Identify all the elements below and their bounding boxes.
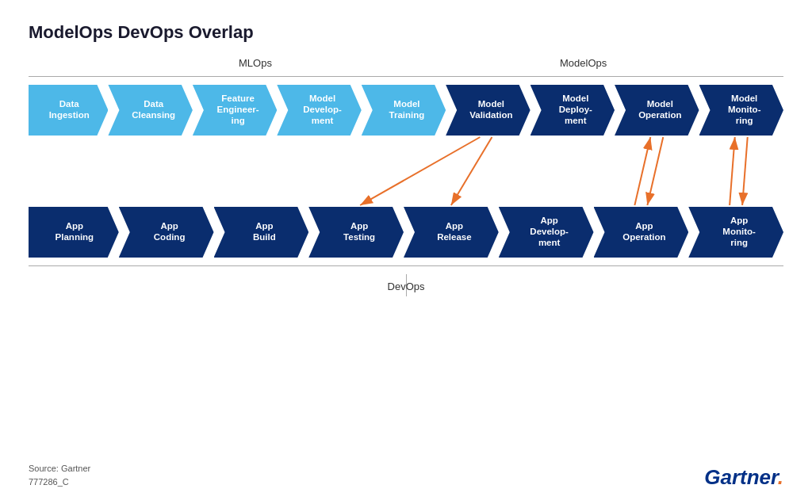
mlops-item-6: ModelDeploy-ment	[530, 85, 615, 136]
devops-arrow-row: AppPlanningAppCodingAppBuildAppTestingAp…	[29, 207, 783, 258]
devops-item-5: AppDevelop-ment	[499, 207, 594, 258]
mlops-item-8: ModelMonito-ring	[699, 85, 783, 136]
svg-line-3	[647, 137, 663, 205]
devops-item-3: AppTesting	[308, 207, 404, 258]
footer-source: Source: Gartner	[29, 462, 90, 476]
mlops-label: MLOps	[239, 57, 272, 69]
overlap-arrows	[29, 136, 783, 207]
mlops-item-4: ModelTraining	[362, 85, 446, 136]
page-title: ModelOps DevOps Overlap	[29, 22, 783, 43]
devops-label: DevOps	[388, 281, 425, 292]
mlops-item-3: ModelDevelop-ment	[277, 85, 361, 136]
top-hline	[29, 76, 783, 77]
mlops-arrow-row: DataIngestionDataCleansingFeatureEnginee…	[29, 85, 783, 136]
gartner-logo: Gartner.	[704, 465, 783, 490]
devops-item-2: AppBuild	[214, 207, 309, 258]
svg-line-1	[360, 137, 480, 205]
devops-item-6: AppOperation	[594, 207, 689, 258]
svg-line-4	[634, 137, 650, 205]
mlops-item-0: DataIngestion	[29, 85, 108, 136]
footer-code: 777286_C	[29, 475, 90, 490]
main-container: ModelOps DevOps Overlap MLOps ModelOps D…	[0, 0, 812, 504]
devops-item-1: AppCoding	[119, 207, 214, 258]
bottom-hline	[29, 265, 783, 266]
devops-item-7: AppMonito-ring	[688, 207, 783, 258]
mlops-item-5: ModelValidation	[446, 85, 530, 136]
mlops-item-1: DataCleansing	[108, 85, 192, 136]
devops-item-4: AppRelease	[404, 207, 499, 258]
modelops-label: ModelOps	[560, 57, 607, 69]
mlops-item-7: ModelOperation	[615, 85, 699, 136]
mlops-item-2: FeatureEngineer-ing	[193, 85, 277, 136]
svg-line-6	[730, 137, 735, 205]
svg-line-2	[451, 137, 492, 205]
footer: Source: Gartner 777286_C	[29, 462, 90, 490]
svg-line-5	[742, 137, 748, 205]
devops-item-0: AppPlanning	[29, 207, 119, 258]
arrows-gap	[29, 136, 783, 207]
